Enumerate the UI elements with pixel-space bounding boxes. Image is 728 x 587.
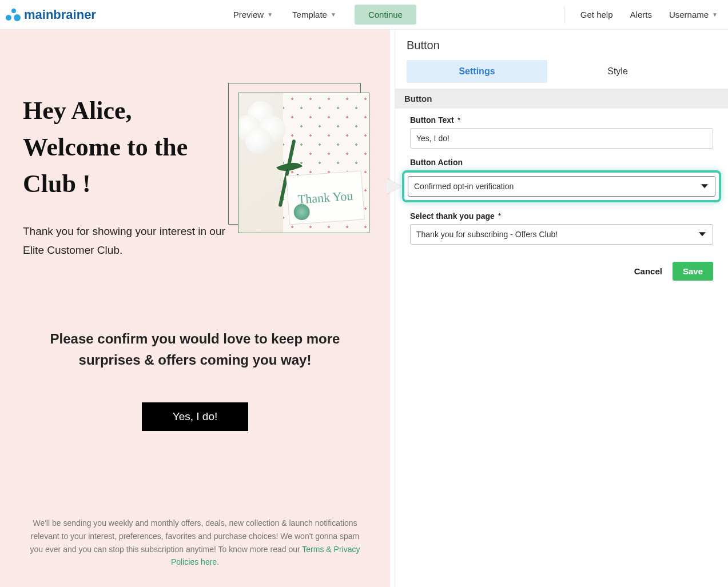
- highlight-arrow-icon: [386, 178, 401, 194]
- button-text-input[interactable]: [410, 128, 713, 149]
- brand-logo[interactable]: mainbrainer: [5, 7, 96, 22]
- canvas-wrapper: Hey Alice, Welcome to the Club ! Thank y…: [0, 30, 395, 587]
- template-label: Template: [292, 10, 327, 19]
- button-action-group: Button Action Confirmed opt-in verificat…: [410, 158, 713, 202]
- caret-down-icon: ▼: [267, 11, 273, 18]
- hero-image: Thank You: [238, 93, 369, 233]
- get-help-link[interactable]: Get help: [579, 7, 614, 22]
- caret-down-icon: [701, 184, 708, 188]
- panel-title: Button: [395, 30, 728, 60]
- continue-label: Continue: [368, 10, 403, 19]
- alerts-link[interactable]: Alerts: [629, 7, 653, 22]
- tab-settings[interactable]: Settings: [407, 60, 547, 83]
- confirm-section: Please confirm you would love to keep mo…: [23, 328, 367, 431]
- button-text-group: Button Text *: [410, 115, 713, 149]
- button-text-label: Button Text *: [410, 115, 460, 125]
- confirm-heading: Please confirm you would love to keep mo…: [46, 328, 344, 370]
- get-help-label: Get help: [580, 10, 613, 19]
- save-button[interactable]: Save: [673, 262, 713, 281]
- primary-cta-label: Yes, I do!: [173, 410, 218, 422]
- caret-down-icon: ▼: [712, 11, 718, 18]
- preview-label: Preview: [233, 10, 264, 19]
- divider: [564, 6, 564, 23]
- alerts-label: Alerts: [630, 10, 652, 19]
- tab-settings-label: Settings: [459, 66, 495, 76]
- required-mark: *: [458, 115, 460, 125]
- hero-section: Hey Alice, Welcome to the Club ! Thank y…: [23, 93, 367, 259]
- panel-tabs: Settings Style: [395, 60, 728, 83]
- cancel-label: Cancel: [634, 266, 662, 276]
- main-split: Hey Alice, Welcome to the Club ! Thank y…: [0, 30, 728, 587]
- button-settings-form: Button Text * Button Action Confirmed op…: [395, 109, 728, 245]
- hero-text: Hey Alice, Welcome to the Club ! Thank y…: [23, 93, 232, 259]
- username-menu[interactable]: Username ▼: [668, 7, 719, 22]
- button-action-highlight: Confirmed opt-in verification: [402, 170, 721, 202]
- tab-style-label: Style: [607, 66, 628, 76]
- top-bar: mainbrainer Preview ▼ Template ▼ Continu…: [0, 0, 728, 30]
- legal-post: .: [217, 557, 219, 566]
- legal-text: We'll be sending you weekly and monthly …: [23, 517, 367, 569]
- card-text: Thank You: [297, 189, 353, 207]
- required-mark: *: [498, 211, 501, 221]
- canvas-scroll[interactable]: Hey Alice, Welcome to the Club ! Thank y…: [0, 30, 390, 587]
- button-action-label: Button Action: [410, 158, 463, 167]
- brand-name: mainbrainer: [24, 7, 96, 22]
- thank-you-select[interactable]: Thank you for subscribing - Offers Club!: [410, 224, 713, 245]
- top-center-nav: Preview ▼ Template ▼ Continue: [96, 5, 552, 25]
- cancel-button[interactable]: Cancel: [634, 266, 662, 276]
- tab-style[interactable]: Style: [547, 60, 688, 83]
- thank-you-label-text: Select thank you page: [410, 211, 495, 221]
- template-menu[interactable]: Template ▼: [291, 7, 337, 22]
- section-header-button: Button: [395, 89, 728, 109]
- settings-panel: Button Settings Style Button Button Text…: [395, 30, 728, 587]
- username-label: Username: [669, 10, 709, 19]
- panel-actions: Cancel Save: [395, 254, 728, 289]
- thank-you-group: Select thank you page * Thank you for su…: [410, 211, 713, 245]
- save-label: Save: [683, 266, 703, 276]
- button-action-select[interactable]: Confirmed opt-in verification: [408, 176, 715, 197]
- landing-preview: Hey Alice, Welcome to the Club ! Thank y…: [0, 30, 390, 587]
- brand-logo-icon: [6, 7, 21, 22]
- preview-menu[interactable]: Preview ▼: [232, 7, 274, 22]
- button-action-value: Confirmed opt-in verification: [414, 182, 514, 191]
- hero-heading-line1: Hey Alice,: [23, 93, 232, 129]
- thank-you-value: Thank you for subscribing - Offers Club!: [416, 230, 558, 239]
- caret-down-icon: ▼: [331, 11, 336, 18]
- button-text-label-text: Button Text: [410, 115, 454, 125]
- top-right-nav: Get help Alerts Username ▼: [552, 6, 722, 23]
- continue-button[interactable]: Continue: [355, 5, 416, 25]
- caret-down-icon: [699, 232, 706, 236]
- primary-cta-button[interactable]: Yes, I do!: [142, 402, 249, 431]
- hero-heading-line2: Welcome to the Club !: [23, 129, 232, 202]
- thank-you-label: Select thank you page *: [410, 211, 501, 221]
- hero-intro: Thank you for showing your interest in o…: [23, 222, 229, 259]
- thank-you-card: Thank You: [286, 171, 365, 225]
